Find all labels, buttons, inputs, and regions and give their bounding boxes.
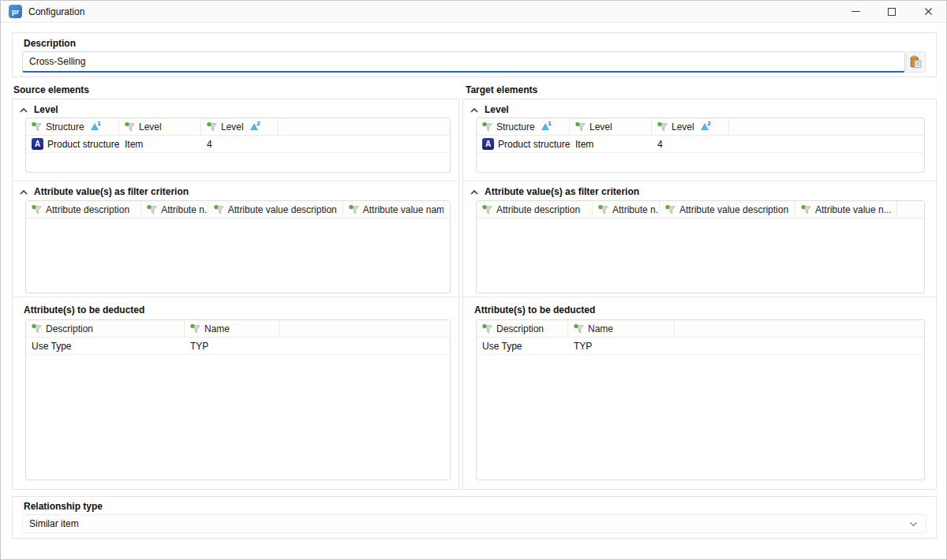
filter-icon[interactable] xyxy=(190,324,200,334)
column-header-name[interactable]: Name xyxy=(568,320,675,337)
chevron-up-icon[interactable] xyxy=(20,190,28,195)
source-elements-panel: Level Structure 1 Level Level xyxy=(12,99,459,490)
source-deduct-title: Attribute(s) to be deducted xyxy=(24,304,144,315)
filter-icon[interactable] xyxy=(32,324,42,334)
grid-header-row: Attribute description Attribute n... Att… xyxy=(26,201,450,218)
maximize-button[interactable] xyxy=(874,1,910,22)
cell-text: Product structure xyxy=(47,139,119,150)
column-header-description[interactable]: Description xyxy=(477,320,568,337)
filter-icon[interactable] xyxy=(349,205,359,215)
column-header-name[interactable]: Name xyxy=(185,320,279,337)
source-elements-title: Source elements xyxy=(13,84,89,95)
source-filter-header[interactable]: Attribute value(s) as filter criterion xyxy=(13,181,459,197)
column-header-level2[interactable]: Level 2 xyxy=(652,118,729,135)
filter-icon[interactable] xyxy=(214,205,224,215)
column-header-structure[interactable]: Structure 1 xyxy=(477,118,570,135)
column-label: Attribute value name xyxy=(363,204,444,215)
structure-cell: A Product structure xyxy=(477,136,570,152)
target-deduct-header: Attribute(s) to be deducted xyxy=(463,297,936,315)
target-deduct-section: Attribute(s) to be deducted Description … xyxy=(463,297,936,490)
column-header-level[interactable]: Level xyxy=(119,118,201,135)
source-filter-title: Attribute value(s) as filter criterion xyxy=(34,186,189,197)
column-header-attr-value-name[interactable]: Attribute value n... xyxy=(795,201,897,218)
description-group: Description Cross-Selling xyxy=(12,32,937,77)
column-label: Structure xyxy=(46,121,84,133)
source-deduct-header: Attribute(s) to be deducted xyxy=(13,297,459,315)
relationship-type-select[interactable]: Similar item xyxy=(22,514,926,533)
filter-icon[interactable] xyxy=(657,122,668,132)
filter-icon[interactable] xyxy=(482,122,492,132)
column-label: Level xyxy=(139,121,162,133)
column-header-attr-description[interactable]: Attribute description xyxy=(26,201,141,218)
chevron-up-icon[interactable] xyxy=(20,108,28,113)
filter-icon[interactable] xyxy=(575,122,586,132)
chevron-up-icon[interactable] xyxy=(470,190,478,195)
source-level-grid: Structure 1 Level Level 2 xyxy=(25,118,451,173)
column-label: Attribute value n... xyxy=(815,204,892,215)
column-header-attr-value-description[interactable]: Attribute value description xyxy=(660,201,795,218)
column-label: Attribute n... xyxy=(161,204,208,215)
filter-icon[interactable] xyxy=(32,122,42,132)
minimize-icon xyxy=(852,11,860,12)
close-button[interactable] xyxy=(910,1,946,22)
target-elements-panel: Level Structure 1 Level Level xyxy=(462,99,937,490)
column-header-attr-value-description[interactable]: Attribute value description xyxy=(208,201,343,218)
filter-icon[interactable] xyxy=(482,324,492,334)
column-header-structure[interactable]: Structure 1 xyxy=(26,118,119,135)
description-input[interactable]: Cross-Selling xyxy=(22,51,905,73)
filter-icon[interactable] xyxy=(574,324,584,334)
source-level-header[interactable]: Level xyxy=(13,99,459,115)
table-row[interactable]: Use Type TYP xyxy=(477,338,924,355)
column-header-empty xyxy=(729,118,924,135)
empty-cell xyxy=(279,136,450,152)
column-header-attr-name[interactable]: Attribute n... xyxy=(593,201,660,218)
relationship-type-value: Similar item xyxy=(29,518,79,529)
sort-ascending-icon: 2 xyxy=(701,123,709,130)
table-row[interactable]: A Product structure Item 4 xyxy=(477,136,924,153)
grid-header-row: Structure 1 Level Level 2 xyxy=(477,118,924,136)
column-label: Attribute value description xyxy=(228,204,337,215)
column-header-empty xyxy=(444,201,450,218)
column-header-empty xyxy=(897,201,924,218)
column-label: Description xyxy=(496,323,544,334)
chevron-up-icon[interactable] xyxy=(470,108,478,113)
column-header-description[interactable]: Description xyxy=(26,320,185,337)
source-level-title: Level xyxy=(34,104,58,115)
clipboard-icon xyxy=(909,55,923,69)
description-label: Description xyxy=(24,38,76,49)
column-header-empty xyxy=(279,320,450,337)
column-header-attr-name[interactable]: Attribute n... xyxy=(141,201,208,218)
target-filter-header[interactable]: Attribute value(s) as filter criterion xyxy=(463,181,936,197)
filter-icon[interactable] xyxy=(207,122,217,132)
filter-icon[interactable] xyxy=(147,205,157,215)
table-row[interactable]: Use Type TYP xyxy=(26,338,450,355)
column-header-level[interactable]: Level xyxy=(570,118,652,135)
grid-header-row: Description Name xyxy=(477,320,924,338)
column-header-attr-value-name[interactable]: Attribute value name xyxy=(343,201,444,218)
target-filter-title: Attribute value(s) as filter criterion xyxy=(485,186,639,197)
sort-ascending-icon: 1 xyxy=(91,123,99,130)
filter-icon[interactable] xyxy=(801,205,811,215)
empty-cell xyxy=(279,338,450,354)
minimize-button[interactable] xyxy=(837,1,874,22)
filter-icon[interactable] xyxy=(125,122,135,132)
target-elements-title: Target elements xyxy=(466,84,537,95)
column-header-level2[interactable]: Level 2 xyxy=(201,118,279,135)
target-level-header[interactable]: Level xyxy=(463,99,936,115)
source-deduct-grid: Description Name Use Type TYP xyxy=(25,319,451,480)
table-row[interactable]: A Product structure Item 4 xyxy=(26,136,450,153)
paste-button[interactable] xyxy=(906,51,926,73)
filter-icon[interactable] xyxy=(482,205,492,215)
filter-icon[interactable] xyxy=(665,205,676,215)
target-deduct-title: Attribute(s) to be deducted xyxy=(474,304,595,315)
target-level-grid: Structure 1 Level Level 2 xyxy=(476,118,925,173)
structure-badge-icon: A xyxy=(482,138,494,150)
column-header-attr-description[interactable]: Attribute description xyxy=(477,201,593,218)
column-label: Attribute value description xyxy=(679,204,788,215)
filter-icon[interactable] xyxy=(32,205,42,215)
source-filter-section: Attribute value(s) as filter criterion A… xyxy=(13,181,459,297)
filter-icon[interactable] xyxy=(598,205,608,215)
grid-header-row: Structure 1 Level Level 2 xyxy=(26,118,450,136)
column-label: Level xyxy=(672,121,694,133)
sort-ascending-icon: 2 xyxy=(250,123,259,130)
